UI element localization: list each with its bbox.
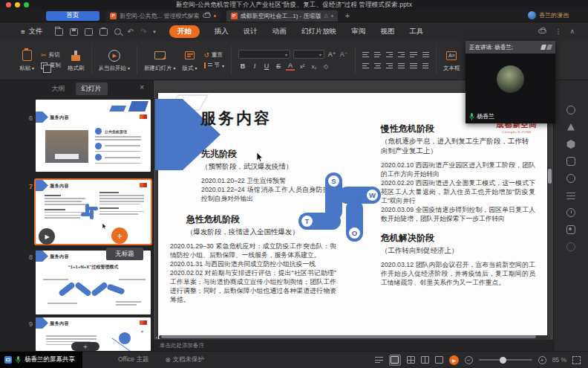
material-icon[interactable] <box>566 242 575 251</box>
add-slide-fab[interactable]: + <box>111 227 128 244</box>
reset-button[interactable]: ↺重置 <box>204 51 225 59</box>
print-icon[interactable] <box>99 28 108 36</box>
zoom-slider-thumb[interactable] <box>500 357 506 364</box>
text-direction-icon[interactable] <box>410 51 417 59</box>
increase-indent-icon[interactable] <box>398 51 405 59</box>
align-right-icon[interactable] <box>386 62 393 71</box>
italic-button[interactable]: I <box>250 62 259 70</box>
panel-close-icon[interactable]: × <box>140 83 144 91</box>
close-window-button[interactable] <box>6 2 11 7</box>
save-icon[interactable] <box>70 28 78 36</box>
grow-font-button[interactable]: A⁺ <box>327 51 336 58</box>
align-center-icon[interactable] <box>374 62 381 71</box>
tab-tools[interactable]: 工具 <box>409 27 423 36</box>
fullscreen-icon[interactable] <box>572 356 581 364</box>
theme-label[interactable]: Office 主题 <box>118 355 148 364</box>
slide-sorter-view-icon[interactable] <box>407 356 415 364</box>
tab-slideshow[interactable]: 幻灯片放映 <box>301 27 337 36</box>
notes-bar[interactable]: 单击此处添加备注 <box>154 340 553 351</box>
reading-view-icon[interactable] <box>421 356 429 364</box>
format-painter-button[interactable]: 格式刷 <box>68 49 85 72</box>
open-icon[interactable] <box>55 28 63 36</box>
meeting-overlay[interactable]: 正在讲话: 杨香兰; 杨香兰 <box>466 41 555 123</box>
picture-icon[interactable] <box>566 225 575 234</box>
design-tools-icon[interactable] <box>566 123 575 132</box>
bullets-icon[interactable] <box>362 51 369 59</box>
font-family-select[interactable]: ▾ <box>238 50 290 59</box>
slide-thumbnail-6[interactable]: 服务内容 公共危机管理 <box>36 112 151 172</box>
strikethrough-button[interactable]: S <box>274 62 283 70</box>
section-button[interactable]: 节▾ <box>204 62 225 69</box>
zoom-slider[interactable] <box>479 359 532 361</box>
cloud-upload-icon[interactable] <box>538 29 546 33</box>
effects-icon[interactable] <box>566 140 575 149</box>
tab-animation[interactable]: 动画 <box>272 27 287 36</box>
numbering-icon[interactable] <box>374 51 381 59</box>
history-icon[interactable] <box>566 208 575 217</box>
tab-home[interactable]: 开始 <box>169 25 200 38</box>
adjust-settings-icon[interactable] <box>566 191 575 200</box>
file-menu[interactable]: ≡ 文件 <box>21 27 43 36</box>
scroll-left-button[interactable]: ◂ <box>155 335 157 340</box>
text-box-button[interactable]: A≡ 文本框 <box>443 49 460 72</box>
tab-review[interactable]: 审阅 <box>351 27 365 36</box>
add-slide-button[interactable]: + <box>71 342 99 351</box>
minimize-window-button[interactable] <box>15 2 20 7</box>
line-spacing-icon[interactable] <box>422 62 428 71</box>
play-slideshow-button[interactable]: ▶ <box>449 355 459 365</box>
decrease-indent-icon[interactable] <box>386 51 393 59</box>
font-color-button[interactable]: A <box>286 62 295 71</box>
customize-caret-icon[interactable]: ▾ <box>153 29 156 35</box>
tab-design[interactable]: 设计 <box>244 27 258 36</box>
clear-format-button[interactable]: ◇ <box>321 63 330 70</box>
account-area[interactable]: 香兰的漫画 <box>528 11 569 19</box>
distribute-icon[interactable] <box>410 62 417 71</box>
protection-status[interactable]: ⊗ 文档未保护 <box>165 355 204 364</box>
thumbnail-play-button[interactable]: ▶ <box>39 228 55 245</box>
thumb-scroll-down-button[interactable]: ▾ <box>141 329 143 334</box>
play-from-current-button[interactable]: ▶ 从当前开始▾ <box>99 49 131 72</box>
preview-icon[interactable] <box>114 28 121 35</box>
new-tab-button[interactable]: + <box>345 11 350 20</box>
beautify-icon[interactable] <box>566 174 575 183</box>
screen-share-badge[interactable]: 杨香兰的屏幕共享 <box>0 352 82 368</box>
paste-button[interactable]: 粘贴▾ <box>19 49 34 72</box>
collapse-ribbon-icon[interactable]: ∧ <box>569 28 575 35</box>
maximize-window-button[interactable] <box>24 2 29 7</box>
cut-button[interactable]: ✂剪切 <box>41 51 61 59</box>
shrink-font-button[interactable]: A⁻ <box>339 51 348 58</box>
slide-library-icon[interactable] <box>566 157 575 166</box>
slideshow-view-icon[interactable] <box>435 356 443 364</box>
undo-icon[interactable]: ↶ <box>128 28 134 36</box>
scrollbar-track[interactable] <box>159 335 550 339</box>
layout-button[interactable]: 版式▾ <box>183 49 197 72</box>
zoom-level[interactable]: 85 % <box>552 356 566 364</box>
home-tab[interactable]: 首页 <box>46 11 99 21</box>
document-tab-1[interactable]: P 新空间-公共危... 管理模式探索 <box>105 10 220 22</box>
document-tab-2-active[interactable]: P 成都新空间社会工...1) - 压缩版 △ <box>226 10 338 22</box>
font-size-select[interactable]: ▾ <box>293 50 324 59</box>
align-left-icon[interactable] <box>362 62 369 71</box>
superscript-button[interactable]: x² <box>298 63 307 70</box>
underline-button[interactable]: U <box>262 62 271 70</box>
tab-view[interactable]: 视图 <box>380 27 394 36</box>
justify-icon[interactable] <box>398 62 405 71</box>
slide-surface[interactable]: 服务内容 成都新空间 Chengdu N.ZONE 先兆阶段 （预警阶段，武汉爆… <box>158 93 547 339</box>
zoom-out-button[interactable]: − <box>465 356 473 364</box>
more-menu-icon[interactable]: ⋮ <box>555 28 561 35</box>
horizontal-scrollbar[interactable]: ◂ <box>155 335 550 339</box>
export-icon[interactable] <box>85 28 93 36</box>
tab-slides[interactable]: 幻灯片 <box>76 83 108 95</box>
notes-toggle-icon[interactable] <box>375 356 383 364</box>
vertical-scrollbar-thumb[interactable] <box>548 169 552 184</box>
meeting-header[interactable]: 正在讲话: 杨香兰; <box>466 41 555 54</box>
new-slide-button[interactable]: 新建幻灯片▾ <box>144 49 176 72</box>
redo-icon[interactable]: ↷ <box>140 28 146 36</box>
normal-view-button[interactable] <box>389 355 401 366</box>
bold-button[interactable]: B <box>238 62 247 70</box>
columns-icon[interactable] <box>422 51 429 59</box>
subscript-button[interactable]: x₂ <box>310 63 318 70</box>
tab-outline[interactable]: 大纲 <box>46 83 71 95</box>
tab-insert[interactable]: 插入 <box>215 27 229 36</box>
scrollbar-thumb[interactable] <box>161 335 536 338</box>
